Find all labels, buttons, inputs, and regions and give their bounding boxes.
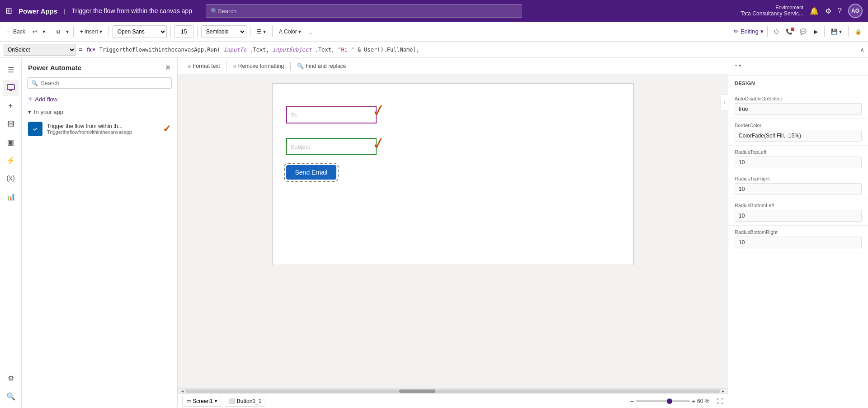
undo-button[interactable]: ↩ <box>30 27 40 37</box>
left-nav-variable[interactable]: (x) <box>3 170 19 186</box>
formula-collapse-button[interactable]: ∧ <box>860 46 864 53</box>
canvas-toolbar-sep2 <box>290 62 291 71</box>
panel-header: Power Automate ✕ <box>22 58 177 76</box>
scroll-thumb[interactable] <box>399 389 435 393</box>
left-nav-search[interactable]: 🔍 <box>3 388 19 404</box>
align-button[interactable]: ☰ ▾ <box>254 27 269 37</box>
find-replace-button[interactable]: 🔍 Find and replace <box>292 60 350 72</box>
phone-button[interactable]: 📞 <box>783 27 795 37</box>
avatar[interactable]: AG <box>848 4 863 18</box>
save-button[interactable]: 💾 ▾ <box>828 27 844 37</box>
fx-chevron: ▾ <box>93 47 95 52</box>
separator-7 <box>272 26 273 37</box>
settings-button[interactable]: ⚙ <box>825 7 831 15</box>
insert-icon: + <box>80 28 83 35</box>
screen-tab[interactable]: ▭ Screen1 ▾ <box>182 396 221 407</box>
left-nav-data[interactable] <box>3 116 19 132</box>
zoom-slider-thumb[interactable] <box>667 399 672 404</box>
left-nav-insert[interactable]: + <box>3 98 19 114</box>
font-weight-select[interactable]: Semibold <box>201 25 246 38</box>
prop-value[interactable] <box>735 210 862 222</box>
color-chevron: ▾ <box>298 28 301 35</box>
panel-close-button[interactable]: ✕ <box>165 63 171 72</box>
share-button[interactable]: ⬡ <box>771 27 781 37</box>
format-text-button[interactable]: ≡ Format text <box>183 60 225 72</box>
separator-4 <box>170 26 171 37</box>
right-panel-top-value: "" <box>728 58 868 76</box>
play-button[interactable]: ▶ <box>811 27 821 37</box>
section-chevron-icon: ▾ <box>28 109 31 115</box>
zoom-in-button[interactable]: + <box>692 398 695 405</box>
search-input[interactable] <box>218 8 517 14</box>
canvas-content[interactable]: To ✓ Subject ✓ Send Email <box>178 74 728 388</box>
remove-formatting-button[interactable]: ≡ Remove formatting <box>229 60 288 72</box>
add-flow-button[interactable]: + Add flow <box>22 92 177 106</box>
zoom-slider[interactable] <box>636 400 690 402</box>
insert-chevron: ▾ <box>99 28 102 35</box>
main-area: ☰ + ▣ ⚡ (x) 📊 ⚙ 🔍 Power Automate ✕ 🔍 + A… <box>0 58 868 408</box>
prop-value[interactable] <box>735 130 862 142</box>
prop-group: RadiusTopRight <box>728 172 868 199</box>
flow-info: Trigger the flow from within th... Trigg… <box>47 123 156 135</box>
prop-value[interactable] <box>735 237 862 248</box>
zoom-out-button[interactable]: − <box>630 398 634 405</box>
screen-chevron: ▾ <box>215 399 217 403</box>
left-nav-connectors[interactable]: ⚡ <box>3 152 19 168</box>
separator-1 <box>50 26 50 37</box>
formula-value: "" <box>735 62 862 72</box>
formula-display[interactable]: TriggertheflowwithinthecanvasApp.Run( in… <box>99 47 857 53</box>
prop-group: BorderColor <box>728 119 868 146</box>
back-button[interactable]: ← Back <box>4 27 28 37</box>
lock-button[interactable]: 🔒 <box>852 27 864 37</box>
comment-button[interactable]: 💬 <box>797 27 809 37</box>
zoom-expand-button[interactable]: ⛶ <box>717 398 723 405</box>
left-nav-chart[interactable]: 📊 <box>3 188 19 204</box>
scroll-left-button[interactable]: ◂ <box>179 389 185 394</box>
insert-button[interactable]: + Insert ▾ <box>77 27 105 37</box>
left-nav-media[interactable]: ▣ <box>3 134 19 150</box>
separator-2 <box>73 26 74 37</box>
global-search-box[interactable]: 🔍 <box>206 4 522 18</box>
panel-search-box[interactable]: 🔍 <box>27 77 172 89</box>
font-size-input[interactable] <box>175 25 193 38</box>
grid-icon[interactable]: ⊞ <box>5 6 12 16</box>
left-nav-menu[interactable]: ☰ <box>3 62 19 78</box>
copy-button[interactable]: ⧉ <box>54 27 63 37</box>
left-nav-screens[interactable] <box>3 80 19 96</box>
color-button[interactable]: A Color ▾ <box>276 27 304 37</box>
to-input-field[interactable]: To <box>286 106 377 123</box>
environment-name: Tata Consultancy Servic... <box>741 10 803 18</box>
undo-chevron[interactable]: ▾ <box>42 27 46 37</box>
environment-info: Environment Tata Consultancy Servic... <box>741 4 803 18</box>
subject-input-field[interactable]: Subject <box>286 138 377 155</box>
left-nav-settings[interactable]: ⚙ <box>3 370 19 386</box>
svg-rect-0 <box>7 85 14 90</box>
prop-label: RadiusBottomRight <box>735 229 862 235</box>
canvas-area: ≡ Format text ≡ Remove formatting 🔍 Find… <box>178 58 728 408</box>
property-select[interactable]: OnSelect <box>4 44 76 56</box>
flow-icon <box>28 122 42 136</box>
editing-indicator[interactable]: ✏ Editing ▾ <box>734 28 764 35</box>
find-icon: 🔍 <box>297 63 304 69</box>
notification-button[interactable]: 🔔 <box>810 7 819 15</box>
prop-value[interactable] <box>735 157 862 168</box>
remove-format-icon: ≡ <box>233 63 236 69</box>
send-email-button[interactable]: Send Email <box>286 165 337 180</box>
fx-button[interactable]: fx ▾ <box>85 46 97 54</box>
more-button[interactable]: ... <box>306 27 316 37</box>
panel-search-input[interactable] <box>41 80 168 86</box>
copy-chevron[interactable]: ▾ <box>65 27 70 37</box>
button-tab[interactable]: ⬜ Button1_1 <box>225 396 266 407</box>
canvas-scrollbar[interactable]: ◂ ▸ <box>178 388 728 394</box>
font-family-select[interactable]: Open Sans <box>113 25 167 38</box>
add-icon: + <box>28 95 32 103</box>
separator-9 <box>824 26 825 37</box>
prop-value[interactable] <box>735 103 862 115</box>
help-button[interactable]: ? <box>838 7 842 15</box>
right-panel-collapse-button[interactable]: › <box>721 94 728 110</box>
in-your-app-section[interactable]: ▾ In your app <box>22 106 177 118</box>
scroll-right-button[interactable]: ▸ <box>720 389 726 394</box>
flow-item[interactable]: Trigger the flow from within th... Trigg… <box>22 118 177 140</box>
prop-value[interactable] <box>735 183 862 195</box>
prop-group: RadiusBottomRight <box>728 226 868 252</box>
